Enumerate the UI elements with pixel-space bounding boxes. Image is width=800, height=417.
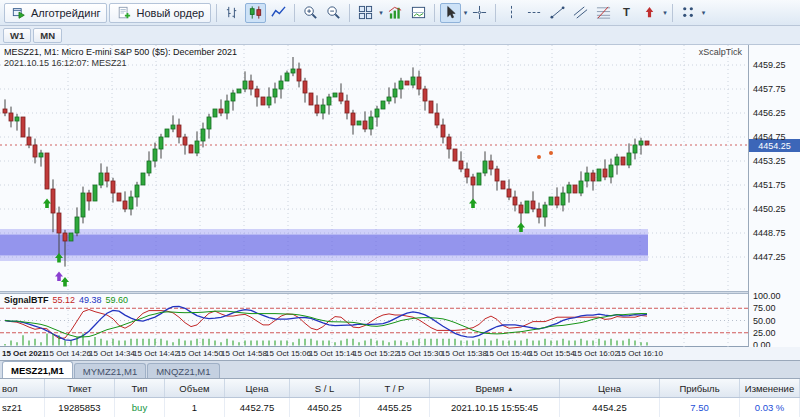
toolbar-separator — [349, 4, 350, 22]
indicator-name: SignalBTF — [4, 295, 49, 305]
indicators-icon[interactable] — [385, 3, 406, 23]
cell-profit: 7.50 — [660, 398, 740, 417]
cell-sl: 4450.25 — [290, 398, 360, 417]
line-chart-icon[interactable] — [268, 3, 289, 23]
indicator-level-label: 100.00 — [753, 291, 781, 301]
cell-open-price: 4452.75 — [225, 398, 290, 417]
price-axis[interactable]: 4454.25 4459.254457.754456.254454.754453… — [748, 45, 800, 347]
indicator-windows-icon[interactable] — [408, 3, 429, 23]
trade-table-row[interactable]: sz2119285853buy14452.754450.254455.25202… — [0, 398, 800, 417]
toolbar-separator — [672, 4, 673, 22]
timeframe-button-mn[interactable]: MN — [33, 28, 62, 43]
chart-title: MESZ21, M1: Micro E-mini S&P 500 ($5): D… — [4, 47, 237, 57]
toolbar-separator — [294, 4, 295, 22]
chart-tab-mymz21-m1[interactable]: MYMZ21,M1 — [74, 363, 146, 378]
cursor-icon[interactable] — [440, 3, 461, 23]
price-axis-label: 4459.25 — [753, 60, 786, 70]
objects-caret-icon[interactable]: ▾ — [663, 9, 667, 17]
candlestick-chart-icon[interactable] — [245, 3, 266, 23]
column-header-3[interactable]: Объем — [165, 379, 225, 397]
algo-trading-button[interactable]: Алготрейдинг — [4, 3, 107, 23]
new-order-button[interactable]: Новый ордер — [109, 3, 211, 23]
column-header-4[interactable]: Цена — [225, 379, 290, 397]
zoom-out-icon[interactable] — [323, 3, 344, 23]
new-order-label: Новый ордер — [136, 7, 204, 19]
view-grid-caret-icon[interactable]: ▾ — [702, 9, 706, 17]
column-header-6[interactable]: T / P — [360, 379, 430, 397]
column-header-10[interactable]: Изменение — [740, 379, 800, 397]
trendline-icon[interactable] — [547, 3, 568, 23]
price-axis-label: 4454.75 — [753, 132, 786, 142]
view-grid-icon[interactable] — [678, 3, 699, 23]
cell-change: 0.03 % — [740, 398, 800, 417]
indicator-value-2: 49.38 — [79, 295, 102, 305]
zoom-in-icon[interactable] — [300, 3, 321, 23]
indicator-level-label: 50.00 — [753, 316, 776, 326]
timeframe-button-w1[interactable]: W1 — [3, 28, 31, 43]
trade-panel: волТикетТипОбъемЦенаS / LT / PВремя▲Цена… — [0, 379, 800, 417]
price-axis-label: 4450.25 — [753, 204, 786, 214]
indicator-level-label: 75.00 — [753, 303, 776, 313]
column-header-0[interactable]: вол — [0, 379, 45, 397]
price-axis-label: 4453.25 — [753, 156, 786, 166]
column-header-9[interactable]: Прибыль — [660, 379, 740, 397]
cell-ticket: 19285853 — [45, 398, 115, 417]
trade-table-header: волТикетТипОбъемЦенаS / LT / PВремя▲Цена… — [0, 379, 800, 398]
toolbar-separator — [495, 4, 496, 22]
tile-windows-caret-icon[interactable]: ▾ — [379, 9, 383, 17]
price-axis-label: 4456.25 — [753, 108, 786, 118]
trading-platform-window: Алготрейдинг Новый ордер ▾ — [0, 0, 800, 417]
chart-tab-mnqz21-m1[interactable]: MNQZ21,M1 — [147, 363, 219, 378]
timeframe-bar: W1MN — [0, 26, 800, 45]
cell-symbol: sz21 — [0, 398, 45, 417]
cell-tp: 4455.25 — [360, 398, 430, 417]
time-axis-label: 15 Oct 16:10 — [610, 349, 670, 358]
cell-volume: 1 — [165, 398, 225, 417]
chart-subtitle: 2021.10.15 16:12:07: MESZ21 — [4, 58, 127, 68]
crosshair-icon[interactable] — [469, 3, 490, 23]
price-chart-canvas[interactable] — [0, 45, 748, 291]
vertical-line-icon[interactable] — [501, 3, 522, 23]
equidistant-channel-icon[interactable] — [570, 3, 591, 23]
text-tool-icon[interactable]: T — [616, 3, 637, 23]
objects-icon[interactable] — [639, 3, 660, 23]
indicator-label: SignalBTF55.1249.3859.60 — [4, 295, 128, 305]
sort-ascending-icon: ▲ — [507, 385, 513, 392]
time-axis[interactable]: 15 Oct 202115 Oct 14:2615 Oct 14:3415 Oc… — [0, 347, 800, 361]
column-header-2[interactable]: Тип — [115, 379, 165, 397]
column-header-1[interactable]: Тикет — [45, 379, 115, 397]
price-axis-label: 4457.75 — [753, 84, 786, 94]
tile-windows-icon[interactable] — [355, 3, 376, 23]
horizontal-line-icon[interactable] — [524, 3, 545, 23]
indicator-value-1: 55.12 — [53, 295, 76, 305]
price-axis-label: 4447.25 — [753, 252, 786, 262]
bar-chart-icon[interactable] — [222, 3, 243, 23]
cell-time: 2021.10.15 15:55:45 — [430, 398, 560, 417]
indicator-level-label: 25.00 — [753, 328, 776, 338]
column-header-5[interactable]: S / L — [290, 379, 360, 397]
chart-window: MESZ21, M1: Micro E-mini S&P 500 ($5): D… — [0, 45, 800, 347]
svg-text:T: T — [623, 6, 630, 18]
column-header-7[interactable]: Время▲ — [430, 379, 560, 397]
algo-trading-label: Алготрейдинг — [31, 7, 100, 19]
column-header-8[interactable]: Цена — [560, 379, 660, 397]
expert-advisor-label: xScalpTick — [699, 47, 742, 57]
price-axis-label: 4451.75 — [753, 180, 786, 190]
fibonacci-icon[interactable] — [593, 3, 614, 23]
chart-tabs-bar: MESZ21,M1MYMZ21,M1MNQZ21,M1 — [0, 361, 800, 379]
indicator-value-3: 59.60 — [106, 295, 129, 305]
cell-type: buy — [115, 398, 165, 417]
algo-trading-icon — [11, 3, 27, 23]
cursor-caret-icon[interactable]: ▾ — [464, 9, 468, 17]
main-toolbar: Алготрейдинг Новый ордер ▾ — [0, 0, 800, 26]
toolbar-separator — [216, 4, 217, 22]
cell-current-price: 4454.25 — [560, 398, 660, 417]
chart-tab-mesz21-m1[interactable]: MESZ21,M1 — [2, 361, 73, 378]
price-axis-label: 4448.75 — [753, 228, 786, 238]
new-order-icon — [116, 3, 132, 23]
toolbar-separator — [434, 4, 435, 22]
